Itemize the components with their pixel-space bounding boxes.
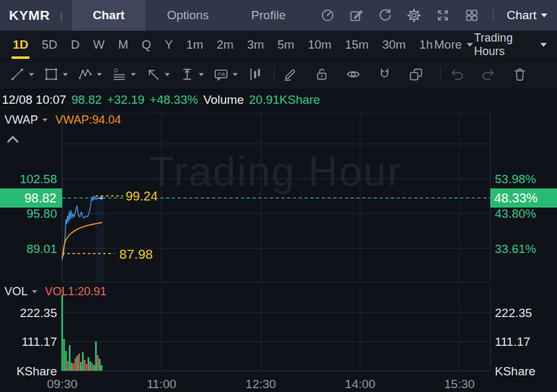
more-label: More [434,38,461,52]
quote-change: +32.19 [107,93,145,107]
vol-indicator-selector[interactable]: VOL [4,285,37,298]
price-tick-label: 95.80 [26,207,57,220]
timeframe-10m[interactable]: 10m [303,31,337,59]
time-tick-label: 15:30 [444,377,475,391]
chevron-down-icon [540,43,547,47]
symbol-label: KYMR [0,8,50,23]
redo-icon [480,66,497,83]
timeframe-w[interactable]: W [88,31,110,59]
timeframe-5m[interactable]: 5m [272,31,299,59]
duplicate-button[interactable] [408,66,424,83]
timeframe-d[interactable]: D [66,31,85,59]
quote-change-pct: +48.33% [150,93,199,107]
timeframe-q[interactable]: Q [137,31,156,59]
volume-tick-label: 111.17 [495,335,530,348]
quote-datetime: 12/08 10:07 [2,93,66,107]
price-tick-label: 102.58 [20,172,57,186]
toolbar-divider [274,67,274,82]
gann-tool-button[interactable]: G [111,66,136,83]
timeframe-1d[interactable]: 1D [8,31,33,59]
timeframe-2m[interactable]: 2m [212,31,238,59]
current-price-badge-label: 98.82 [24,191,56,205]
timeframe-3m[interactable]: 3m [242,31,269,59]
svg-text:G: G [113,67,118,74]
refresh-icon [378,8,393,23]
layout-grid-button[interactable] [464,8,479,23]
chevron-down-icon [131,73,136,76]
timeframe-5d[interactable]: 5D [37,31,62,59]
gann-icon: G [111,66,128,83]
text-note-tool-button[interactable]: Aa [213,66,238,83]
undo-icon [449,66,465,83]
timeframe-y[interactable]: Y [160,31,178,59]
volume-bars [62,295,103,371]
chevron-down-icon [541,13,547,17]
timeframe-m[interactable]: M [113,31,133,59]
chevron-down-icon [165,73,170,76]
more-timeframes-button[interactable]: More [433,34,474,56]
duplicate-icon [408,66,424,83]
visibility-toggle-button[interactable] [345,66,362,83]
arrow-tool-button[interactable] [145,66,170,83]
chart-style-label: Chart [507,8,536,22]
timeframe-1m[interactable]: 1m [181,31,208,59]
chart-canvas[interactable]: Trading Hour99.2487.98102.5895.8089.0153… [0,90,557,392]
annotate-button[interactable] [349,8,364,23]
chevron-down-icon [32,290,37,293]
chevron-down-icon [233,73,238,76]
percent-tick-label: 43.80% [495,207,536,220]
rectangle-icon [43,66,60,83]
watermark: Trading Hour [149,149,402,195]
magnet-icon [376,66,393,83]
fullscreen-icon [435,8,451,23]
svg-text:Aa: Aa [218,70,226,77]
wave-tool-button[interactable] [77,66,102,83]
shape-tool-button[interactable] [43,66,68,83]
volume-profile-tool-button[interactable] [247,66,263,83]
chevron-down-icon [467,43,473,47]
tab-options[interactable]: Options [145,0,229,31]
session-hours-selector[interactable]: Trading Hours [474,31,551,58]
text-note-icon: Aa [213,66,229,83]
eye-icon [345,66,362,83]
volume-tick-label: 222.35 [20,306,57,320]
chart-area: Trading Hour99.2487.98102.5895.8089.0153… [0,90,557,392]
timeframe-items: 1D5DDWMQY1m2m3m5m10m15m30m1h [8,31,441,59]
chevron-up-icon [6,135,20,144]
lock-toggle-button[interactable] [313,66,330,83]
fullscreen-button[interactable] [435,8,451,23]
magnet-toggle-button[interactable] [376,66,393,83]
settings-button[interactable] [406,8,422,23]
session-hours-label: Trading Hours [474,31,535,58]
vol-indicator-row: VOL VOL1:20.91 [4,285,106,298]
high-marker-label: 99.24 [126,189,158,203]
vol-indicator-value: VOL1:20.91 [45,285,106,298]
volume-label: Volume [203,93,244,107]
timeframe-bar: 1D5DDWMQY1m2m3m5m10m15m30m1h More Tradin… [0,31,557,60]
brush-tool-button[interactable] [282,66,299,83]
trendline-tool-button[interactable] [9,66,34,83]
chart-style-selector[interactable]: Chart [507,8,547,22]
volume-tick-label: 111.17 [22,335,57,348]
nav-divider: | [60,10,63,21]
undo-button[interactable] [449,66,465,83]
timeframe-15m[interactable]: 15m [340,31,374,59]
time-tick-label: 14:00 [345,377,376,391]
vwap-indicator-selector[interactable]: VWAP [4,113,47,127]
refresh-button[interactable] [378,8,393,23]
volume-profile-icon [247,66,263,83]
tab-profile[interactable]: Profile [230,0,307,31]
gauge-button[interactable] [320,8,335,23]
volume-value: 20.91KShare [249,93,320,107]
collapse-panel-button[interactable] [6,135,20,144]
current-percent-badge-label: 48.33% [494,191,538,205]
timeframe-30m[interactable]: 30m [377,31,411,59]
price-range-tool-button[interactable] [179,66,204,83]
price-range-icon [179,66,195,83]
chevron-down-icon [29,73,34,76]
brush-icon [282,66,299,83]
delete-button[interactable] [511,66,528,83]
redo-button[interactable] [480,66,497,83]
vwap-indicator-value: VWAP:94.04 [55,113,121,127]
tab-chart[interactable]: Chart [72,0,146,31]
